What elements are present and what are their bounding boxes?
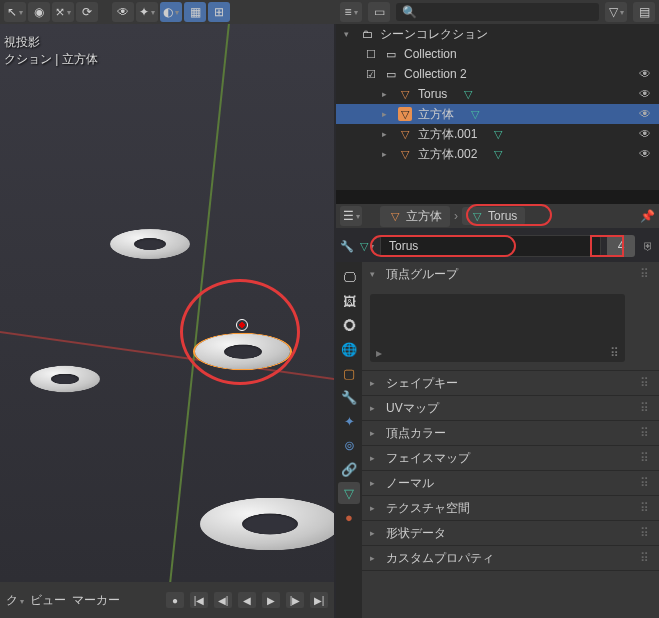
orbit-icon[interactable]: ◉ — [28, 2, 50, 22]
play-reverse-icon[interactable]: ◀ — [238, 592, 256, 608]
display-mode-icon[interactable]: ≡▾ — [340, 2, 362, 22]
active-object-label: クション | 立方体 — [4, 51, 98, 68]
checkbox-icon[interactable]: ☑ — [364, 67, 378, 81]
pin-icon[interactable]: 📌 — [640, 209, 655, 223]
marker-menu[interactable]: マーカー — [72, 592, 120, 609]
tab-render[interactable]: 🖵 — [338, 266, 360, 288]
list-expand-icon[interactable]: ▸ — [376, 346, 382, 360]
panel-header[interactable]: ▸ フェイスマップ ⠿ — [362, 446, 659, 470]
playback-dropdown[interactable]: ク▾ — [6, 592, 24, 609]
torus-object[interactable] — [110, 229, 190, 259]
outliner-toolbar: ≡▾ ▭ 🔍 ▽▾ ▤ — [336, 0, 659, 24]
torus-object[interactable] — [200, 498, 334, 550]
collection-row[interactable]: ☑ ▭ Collection 2 👁 — [336, 64, 659, 84]
view-menu[interactable]: ビュー — [30, 592, 66, 609]
options-icon[interactable]: ☰▾ — [340, 206, 362, 226]
drag-handle-icon[interactable]: ⠿ — [640, 401, 651, 415]
tab-material[interactable]: ● — [338, 506, 360, 528]
disclosure-icon: ▾ — [370, 269, 380, 279]
filter-icon[interactable]: ▽▾ — [605, 2, 627, 22]
tab-particles[interactable]: ✦ — [338, 410, 360, 432]
visibility-icon[interactable]: 👁 — [639, 107, 651, 121]
jump-start-icon[interactable]: |◀ — [190, 592, 208, 608]
disclosure-icon[interactable]: ▸ — [382, 149, 392, 159]
drag-handle-icon[interactable]: ⠿ — [640, 476, 651, 490]
collection-row[interactable]: ☐ ▭ Collection — [336, 44, 659, 64]
disclosure-icon[interactable]: ▸ — [382, 129, 392, 139]
object-row[interactable]: ▸ ▽ 立方体.002 ▽ 👁 — [336, 144, 659, 164]
shading-wire-icon[interactable]: ⊞ — [208, 2, 230, 22]
gizmo-icon[interactable]: ✦▾ — [136, 2, 158, 22]
mesh-icon: ▽ — [388, 209, 402, 223]
panel-header[interactable]: ▸ 形状データ ⠿ — [362, 521, 659, 545]
visibility-icon[interactable]: 👁 — [639, 147, 651, 161]
breadcrumb-label: Torus — [488, 209, 517, 223]
tab-modifiers[interactable]: 🔧 — [338, 386, 360, 408]
list-grip-icon[interactable]: ⠿ — [610, 346, 619, 360]
torus-object[interactable] — [30, 366, 100, 392]
drag-handle-icon[interactable]: ⠿ — [640, 526, 651, 540]
wrench-icon: 🔧 — [340, 239, 354, 253]
panel-header[interactable]: ▸ テクスチャ空間 ⠿ — [362, 496, 659, 520]
properties-panels[interactable]: ▾ 頂点グループ ⠿ ▸ ⠿ ＋ ▾ ▸ シェイプキー ⠿ ▸ UV — [362, 262, 659, 618]
drag-handle-icon[interactable]: ⠿ — [640, 501, 651, 515]
keyframe-next-icon[interactable]: |▶ — [286, 592, 304, 608]
checkbox-icon[interactable]: ☐ — [364, 47, 378, 61]
torus-object-selected[interactable] — [195, 334, 290, 370]
xray-icon[interactable]: ▦ — [184, 2, 206, 22]
rotate-icon[interactable]: ⟳ — [76, 2, 98, 22]
panel-header[interactable]: ▸ シェイプキー ⠿ — [362, 371, 659, 395]
scene-collection-row[interactable]: ▾ 🗀 シーンコレクション — [336, 24, 659, 44]
drag-handle-icon[interactable]: ⠿ — [640, 267, 651, 281]
outliner-search[interactable]: 🔍 — [396, 3, 599, 21]
visibility-icon[interactable]: 👁 — [639, 127, 651, 141]
overlay-icon[interactable]: ◐▾ — [160, 2, 182, 22]
cursor-tool-icon[interactable]: ↖▾ — [4, 2, 26, 22]
shield-icon[interactable]: ⛨ — [641, 239, 655, 253]
object-row[interactable]: ▸ ▽ 立方体.001 ▽ 👁 — [336, 124, 659, 144]
disclosure-icon[interactable]: ▾ — [344, 29, 354, 39]
visibility-icon[interactable]: 👁 — [639, 87, 651, 101]
drag-handle-icon[interactable]: ⠿ — [640, 551, 651, 565]
tab-scene[interactable]: 🞇 — [338, 314, 360, 336]
drag-handle-icon[interactable]: ⠿ — [640, 451, 651, 465]
vertex-group-list[interactable]: ▸ ⠿ — [370, 294, 625, 362]
breadcrumb-object[interactable]: ▽ 立方体 — [380, 206, 450, 227]
autokey-icon[interactable]: ● — [166, 592, 184, 608]
filter-restrict-icon[interactable]: ▤ — [633, 2, 655, 22]
panel-title: カスタムプロパティ — [386, 550, 494, 567]
keyframe-prev-icon[interactable]: ◀| — [214, 592, 232, 608]
object-row[interactable]: ▸ ▽ Torus ▽ 👁 — [336, 84, 659, 104]
user-count[interactable]: 4 — [607, 235, 635, 257]
tab-output[interactable]: 🖼 — [338, 290, 360, 312]
tab-world[interactable]: 🌐 — [338, 338, 360, 360]
disclosure-icon[interactable]: ▸ — [382, 89, 392, 99]
drag-handle-icon[interactable]: ⠿ — [640, 426, 651, 440]
panel-header[interactable]: ▾ 頂点グループ ⠿ — [362, 262, 659, 286]
breadcrumb-data[interactable]: ▽ Torus — [462, 207, 525, 225]
play-icon[interactable]: ▶ — [262, 592, 280, 608]
viewport-info: 視投影 クション | 立方体 — [4, 34, 98, 68]
panel-header[interactable]: ▸ UVマップ ⠿ — [362, 396, 659, 420]
disclosure-icon: ▸ — [370, 403, 380, 413]
3d-viewport[interactable]: 視投影 クション | 立方体 — [0, 24, 334, 582]
disclosure-icon[interactable]: ▸ — [382, 109, 392, 119]
collection-label: シーンコレクション — [380, 26, 488, 43]
drag-handle-icon[interactable]: ⠿ — [640, 376, 651, 390]
outliner[interactable]: ▾ 🗀 シーンコレクション ☐ ▭ Collection ☑ ▭ Collect… — [336, 24, 659, 190]
visibility-icon[interactable]: 👁 — [112, 2, 134, 22]
tab-data[interactable]: ▽ — [338, 482, 360, 504]
tab-object[interactable]: ▢ — [338, 362, 360, 384]
jump-end-icon[interactable]: ▶| — [310, 592, 328, 608]
mesh-data-browse-icon[interactable]: ▽▾ — [360, 239, 374, 253]
move-icon[interactable]: ⤧▾ — [52, 2, 74, 22]
tab-physics[interactable]: ⊚ — [338, 434, 360, 456]
object-row-selected[interactable]: ▸ ▽ 立方体 ▽ 👁 — [336, 104, 659, 124]
panel-header[interactable]: ▸ ノーマル ⠿ — [362, 471, 659, 495]
visibility-icon[interactable]: 👁 — [639, 67, 651, 81]
panel-header[interactable]: ▸ 頂点カラー ⠿ — [362, 421, 659, 445]
data-name-field[interactable]: Torus — [380, 235, 601, 257]
tab-constraints[interactable]: 🔗 — [338, 458, 360, 480]
new-collection-icon[interactable]: ▭ — [368, 2, 390, 22]
panel-header[interactable]: ▸ カスタムプロパティ ⠿ — [362, 546, 659, 570]
